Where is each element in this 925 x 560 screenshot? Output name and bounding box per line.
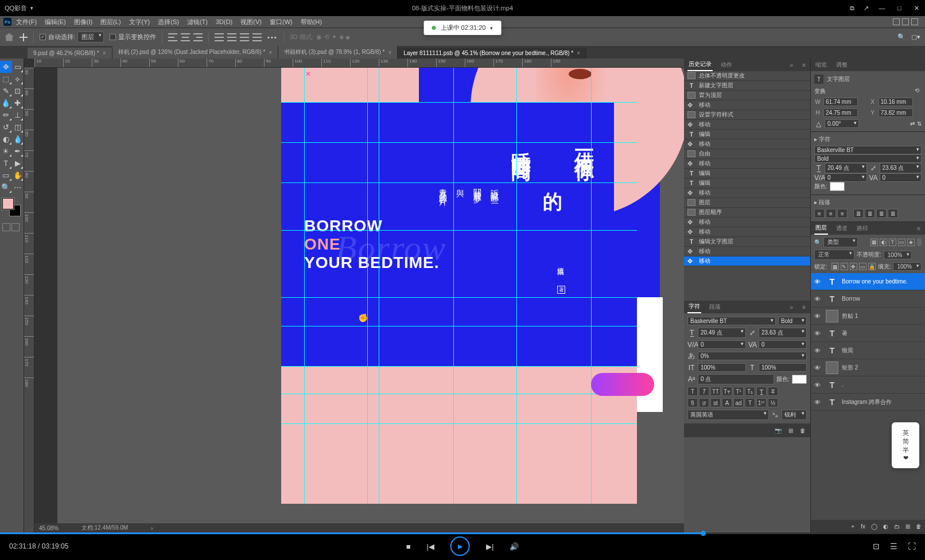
- filter-type-icon[interactable]: T: [889, 239, 896, 246]
- layer-filter-dropdown[interactable]: 类型: [823, 237, 858, 247]
- history-item[interactable]: 移动: [684, 139, 810, 149]
- layer-item[interactable]: 👁TBorrow one your bedtime.: [811, 273, 925, 290]
- dist-vcenter-icon[interactable]: [227, 33, 236, 41]
- layer-visibility-icon[interactable]: 👁: [814, 295, 822, 302]
- prev-button[interactable]: |◀: [427, 542, 434, 551]
- opentype-t[interactable]: T: [745, 398, 755, 407]
- workspace-icon[interactable]: ▢▾: [911, 33, 920, 41]
- strike-button[interactable]: T̶: [768, 387, 778, 396]
- tab-paragraph[interactable]: 段落: [708, 301, 722, 313]
- lock-transparent-icon[interactable]: ▦: [831, 263, 839, 270]
- history-item[interactable]: 移动: [684, 120, 810, 130]
- layer-item[interactable]: 👁剪贴 1: [811, 308, 925, 325]
- blur-tool[interactable]: 💧: [12, 133, 24, 145]
- history-item[interactable]: 移动: [684, 247, 810, 256]
- edit-toolbar[interactable]: ⋯: [12, 181, 24, 193]
- layer-fx-icon[interactable]: fx: [861, 523, 865, 530]
- underline-button[interactable]: T̲: [756, 387, 767, 396]
- close-button[interactable]: ✕: [912, 4, 920, 12]
- zoom-level[interactable]: 45.08%: [39, 525, 59, 531]
- font-weight-2[interactable]: Bold: [814, 154, 922, 163]
- history-snapshot-icon[interactable]: 📷: [775, 427, 782, 434]
- menu-window[interactable]: 窗口(W): [266, 18, 296, 26]
- font-size-input[interactable]: 20.49 点: [698, 328, 746, 338]
- leading-input[interactable]: 23.63 点: [759, 328, 807, 338]
- font-weight-dropdown[interactable]: Bold: [778, 317, 807, 325]
- play-button[interactable]: ▶: [450, 536, 470, 556]
- smallcaps-button[interactable]: Tᴛ: [722, 387, 732, 396]
- show-transform-checkbox[interactable]: [110, 34, 116, 40]
- lock-paint-icon[interactable]: ✎: [841, 263, 848, 270]
- path-select-tool[interactable]: ▶: [12, 157, 24, 169]
- opentype-half[interactable]: ½: [768, 398, 778, 407]
- zoom-tool[interactable]: 🔍: [0, 181, 12, 193]
- y-input[interactable]: [879, 108, 913, 117]
- frame-close-icon[interactable]: [911, 18, 918, 25]
- stop-button[interactable]: ■: [406, 542, 411, 551]
- history-item[interactable]: 置为顶层: [684, 91, 810, 100]
- frame-minimize-icon[interactable]: [893, 18, 900, 25]
- reset-transform-icon[interactable]: ⟲: [912, 87, 922, 95]
- layer-group-icon[interactable]: 🗀: [894, 523, 900, 530]
- type-tool[interactable]: T: [0, 157, 12, 169]
- leading-2[interactable]: 23.63 点: [880, 163, 922, 173]
- panel-collapse-icon[interactable]: »: [789, 302, 795, 312]
- menu-type[interactable]: 文字(Y): [126, 18, 154, 26]
- eraser-tool[interactable]: ◫: [12, 121, 24, 133]
- tracking-input[interactable]: 0: [698, 340, 746, 349]
- opentype-fi[interactable]: fi: [687, 398, 698, 407]
- panel-menu-icon[interactable]: ≡: [916, 224, 922, 234]
- tab-adjustments[interactable]: 调整: [835, 59, 849, 71]
- bold-button[interactable]: T: [687, 387, 698, 396]
- tab-actions[interactable]: 动作: [720, 59, 733, 71]
- menu-edit[interactable]: 编辑(E): [41, 18, 69, 26]
- status-dropdown-icon[interactable]: ▾: [490, 25, 493, 31]
- justify-center-btn[interactable]: ≣: [865, 209, 875, 218]
- char-collapse-toggle[interactable]: ▸: [814, 136, 817, 142]
- hand-tool[interactable]: ✋: [12, 169, 24, 181]
- menu-filter[interactable]: 滤镜(T): [184, 18, 211, 26]
- menu-3d[interactable]: 3D(D): [212, 18, 236, 25]
- layer-item[interactable]: 👁矩形 2: [811, 359, 925, 376]
- tab-close-icon[interactable]: ×: [577, 50, 580, 56]
- fullscreen-button[interactable]: ⛶: [908, 542, 916, 551]
- align-right-btn[interactable]: ≡: [837, 209, 848, 218]
- align-center-btn[interactable]: ≡: [826, 209, 836, 218]
- filter-toggle[interactable]: [917, 238, 922, 246]
- class-status-pill[interactable]: 上课中 02:31:20 ▾: [424, 21, 502, 35]
- width-input[interactable]: [823, 98, 858, 106]
- font-family-2[interactable]: Baskerville BT: [814, 146, 922, 154]
- frame-restore-icon[interactable]: [902, 18, 909, 25]
- auto-select-checkbox[interactable]: ✓: [40, 34, 46, 40]
- layer-visibility-icon[interactable]: 👁: [814, 278, 822, 285]
- kern-2[interactable]: 0: [880, 173, 922, 182]
- history-item[interactable]: 移动: [684, 100, 810, 110]
- size-2[interactable]: 20.49 点: [825, 163, 867, 173]
- justify-right-btn[interactable]: ≣: [876, 209, 887, 218]
- layer-visibility-icon[interactable]: 👁: [814, 399, 822, 406]
- tab-doc-1[interactable]: 9.psd @ 46.2% (RGB/8) *×: [28, 48, 112, 59]
- menu-image[interactable]: 图像(I): [71, 18, 96, 26]
- history-item[interactable]: T编辑: [684, 178, 810, 188]
- minimize-button[interactable]: —: [878, 4, 886, 12]
- align-right-icon[interactable]: [193, 33, 203, 41]
- layer-list[interactable]: 👁TBorrow one your bedtime.👁TBorrow👁剪贴 1👁…: [811, 273, 925, 520]
- ruler-vertical[interactable]: 3040506070809010011012013014015016017018…: [24, 68, 34, 532]
- dist-h-icon[interactable]: [252, 33, 262, 41]
- more-options-icon[interactable]: •••: [267, 34, 278, 41]
- ruler-horizontal[interactable]: 1020304050607080901001101201301401501601…: [34, 59, 684, 68]
- home-icon[interactable]: [5, 33, 14, 41]
- app-dropdown-icon[interactable]: ▾: [30, 5, 33, 11]
- allcaps-button[interactable]: TT: [710, 387, 721, 396]
- history-item[interactable]: T编辑: [684, 130, 810, 139]
- tab-doc-4[interactable]: Layer 8111111.psb @ 45.1% (Borrow one yo…: [398, 48, 586, 59]
- shape-tool[interactable]: ▭: [0, 169, 12, 181]
- hscale-input[interactable]: 100%: [759, 363, 807, 372]
- volume-button[interactable]: 🔊: [510, 542, 519, 551]
- history-brush-tool[interactable]: ↺: [0, 121, 12, 133]
- va-2[interactable]: 0: [825, 173, 867, 182]
- dist-top-icon[interactable]: [215, 33, 224, 41]
- opacity-input[interactable]: 100%: [884, 251, 912, 259]
- playlist-button[interactable]: ☰: [890, 542, 897, 551]
- antialias-dropdown[interactable]: 锐利: [782, 410, 807, 420]
